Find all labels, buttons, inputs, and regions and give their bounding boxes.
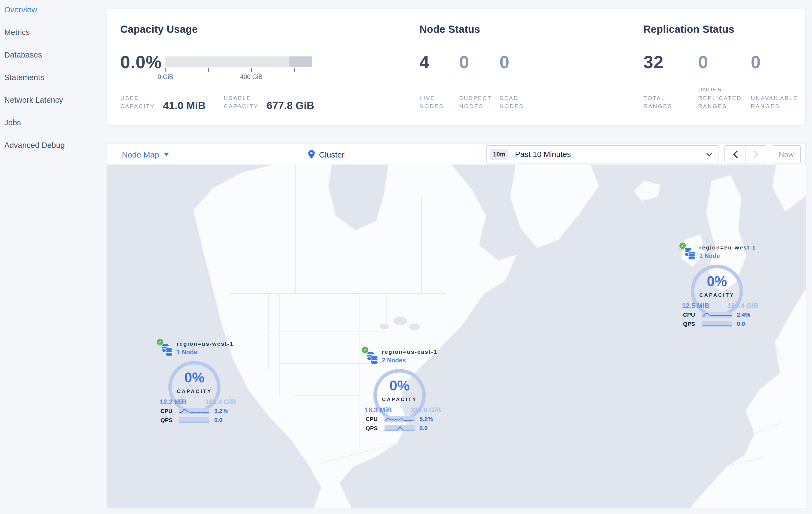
cpu-label: CPU xyxy=(679,311,699,318)
cpu-row: CPU 3.2% xyxy=(156,408,238,414)
suspect-nodes-label: SUSPECT NODES xyxy=(459,94,492,110)
db-console-overview: Overview Metrics Databases Statements Ne… xyxy=(0,0,812,514)
used-capacity: 16.3 MiB xyxy=(365,406,392,414)
view-mode-dropdown[interactable]: Node Map xyxy=(122,150,169,159)
gauge-tick-label-0: 0 GiB xyxy=(149,74,181,80)
region-nodes-link[interactable]: 1 Node xyxy=(177,349,197,355)
total-ranges-label: TOTAL RANGES xyxy=(643,94,672,110)
under-replicated-count: 0 xyxy=(698,52,742,73)
used-capacity-stat: USED CAPACITY 41.0 MiB xyxy=(120,94,205,110)
sidebar-item-databases[interactable]: Databases xyxy=(4,51,107,59)
region-label: region=us-east-1 xyxy=(382,348,437,355)
cpu-value: 3.2% xyxy=(214,408,228,414)
qps-value: 0.0 xyxy=(419,425,428,431)
map-toolbar: Node Map Cluster 10m Past 10 Minutes xyxy=(108,144,805,164)
region-nodes-link[interactable]: 2 Nodes xyxy=(382,357,406,363)
gauge-tick-label-400: 400 GiB xyxy=(235,74,267,80)
dead-nodes-stat: 0 DEAD NODES xyxy=(499,9,524,110)
database-nodes-icon xyxy=(684,247,695,260)
view-mode-label: Node Map xyxy=(122,150,159,159)
cpu-row: CPU 2.4% xyxy=(679,311,760,318)
chevron-down-icon xyxy=(164,153,169,156)
region-marker-eu-west-1[interactable]: ✓ region=eu-west-1 1 Node 0% CAPACITY 12… xyxy=(679,242,760,329)
under-replicated-ranges-stat: 0 UNDER- REPLICATED RANGES xyxy=(698,9,742,110)
sidebar-item-network-latency[interactable]: Network Latency xyxy=(4,96,107,104)
usable-capacity: 169.4 GiB xyxy=(728,302,758,310)
usable-capacity-stat: USABLE CAPACITY 677.8 GiB xyxy=(224,94,314,110)
total-ranges-stat: 32 TOTAL RANGES xyxy=(643,9,672,110)
usable-capacity-value: 677.8 GiB xyxy=(266,101,314,111)
qps-label: QPS xyxy=(156,417,177,423)
time-controls: 10m Past 10 Minutes Now xyxy=(486,145,801,163)
live-nodes-stat: 4 LIVE NODES xyxy=(419,9,444,110)
capacity-percent: 0.0% xyxy=(120,52,162,73)
qps-value: 0.0 xyxy=(214,417,223,423)
live-nodes-count: 4 xyxy=(419,52,444,73)
cpu-sparkline xyxy=(179,408,209,414)
database-nodes-icon xyxy=(367,352,378,364)
gauge-tick xyxy=(208,68,209,72)
cpu-row: CPU 5.2% xyxy=(361,415,443,422)
cpu-label: CPU xyxy=(361,415,382,422)
sidebar-item-overview[interactable]: Overview xyxy=(4,5,107,14)
gauge-tick xyxy=(166,68,166,72)
capacity-usage-row: 12.2 MiB 169.4 GiB xyxy=(156,398,237,406)
cpu-value: 5.2% xyxy=(419,415,433,422)
capacity-gauge-unusable-segment xyxy=(289,56,312,67)
qps-sparkline xyxy=(179,417,209,423)
unavailable-ranges-stat: 0 UNAVAILABLE RANGES xyxy=(751,9,798,110)
capacity-label: CAPACITY xyxy=(168,388,221,394)
time-forward-button[interactable] xyxy=(746,146,766,163)
suspect-nodes-stat: 0 SUSPECT NODES xyxy=(459,9,492,110)
time-range-label: Past 10 Minutes xyxy=(515,150,571,159)
region-marker-us-east-1[interactable]: ✓ region=us-east-1 2 Nodes 0% CAPACITY 1… xyxy=(361,346,443,433)
capacity-label: CAPACITY xyxy=(373,396,426,402)
time-range-dropdown[interactable]: 10m Past 10 Minutes xyxy=(486,145,719,163)
capacity-percent: 0% xyxy=(691,273,743,290)
total-ranges-count: 32 xyxy=(643,52,672,73)
region-marker-us-west-1[interactable]: ✓ region=us-west-1 1 Node 0% CAPACITY 12… xyxy=(156,338,238,425)
capacity-stats: USED CAPACITY 41.0 MiB USABLE CAPACITY 6… xyxy=(120,94,314,110)
sidebar-item-metrics[interactable]: Metrics xyxy=(4,28,107,36)
cpu-value: 2.4% xyxy=(737,311,750,318)
now-button[interactable]: Now xyxy=(772,145,801,163)
usable-capacity: 338.9 GiB xyxy=(410,406,441,414)
capacity-gauge-bar xyxy=(166,56,312,67)
time-back-button[interactable] xyxy=(725,146,746,163)
usable-capacity-label: USABLE CAPACITY xyxy=(224,94,258,110)
database-nodes-icon xyxy=(162,344,173,356)
capacity-usage-row: 16.3 MiB 338.9 GiB xyxy=(361,406,442,414)
region-nodes-link[interactable]: 1 Node xyxy=(699,253,720,259)
gauge-tick xyxy=(294,68,295,72)
capacity-percent: 0% xyxy=(168,369,221,386)
node-map-panel: Node Map Cluster 10m Past 10 Minutes xyxy=(107,143,806,508)
cpu-sparkline xyxy=(702,312,732,318)
dead-nodes-label: DEAD NODES xyxy=(499,94,524,110)
used-capacity-label: USED CAPACITY xyxy=(120,94,155,110)
capacity-percent: 0% xyxy=(373,377,426,394)
qps-label: QPS xyxy=(361,425,382,431)
used-capacity-value: 41.0 MiB xyxy=(163,101,205,111)
sidebar-item-statements[interactable]: Statements xyxy=(4,73,107,82)
sidebar-nav: Overview Metrics Databases Statements Ne… xyxy=(0,0,107,514)
region-label: region=us-west-1 xyxy=(177,340,234,347)
qps-sparkline xyxy=(384,425,414,431)
qps-row: QPS 0.0 xyxy=(361,425,443,431)
page: Overview Metrics Databases Statements Ne… xyxy=(0,0,812,514)
cluster-summary-card: Capacity Usage Node Status Replication S… xyxy=(107,8,806,125)
unavailable-count: 0 xyxy=(751,52,798,73)
capacity-label: CAPACITY xyxy=(691,292,743,298)
toolbar-divider xyxy=(480,146,480,162)
sidebar-item-jobs[interactable]: Jobs xyxy=(4,118,107,127)
qps-value: 0.0 xyxy=(737,320,745,327)
sidebar-item-advanced-debug[interactable]: Advanced Debug xyxy=(4,141,107,150)
gauge-tick xyxy=(251,68,252,72)
cpu-sparkline xyxy=(384,416,414,422)
cpu-label: CPU xyxy=(156,408,177,414)
qps-row: QPS 0.0 xyxy=(679,320,760,327)
node-map: ✓ region=us-west-1 1 Node 0% CAPACITY 12… xyxy=(108,164,806,508)
unavailable-label: UNAVAILABLE RANGES xyxy=(751,94,798,110)
breadcrumb[interactable]: Cluster xyxy=(308,150,345,159)
capacity-usage-title: Capacity Usage xyxy=(120,24,198,35)
usable-capacity: 169.4 GiB xyxy=(205,398,236,406)
